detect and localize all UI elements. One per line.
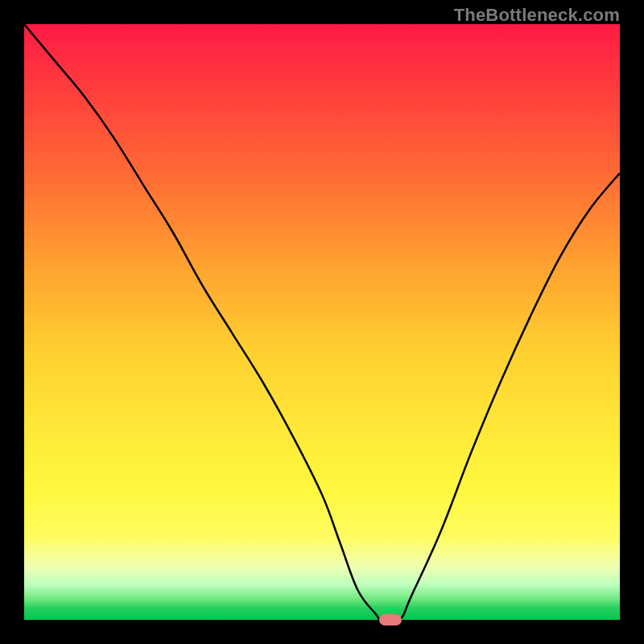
plot-area — [24, 24, 620, 620]
curve-layer — [24, 24, 620, 620]
bottleneck-curve — [24, 24, 620, 620]
watermark-text: TheBottleneck.com — [454, 5, 620, 26]
chart-frame: TheBottleneck.com — [0, 0, 644, 644]
optimal-point-marker — [379, 614, 402, 625]
